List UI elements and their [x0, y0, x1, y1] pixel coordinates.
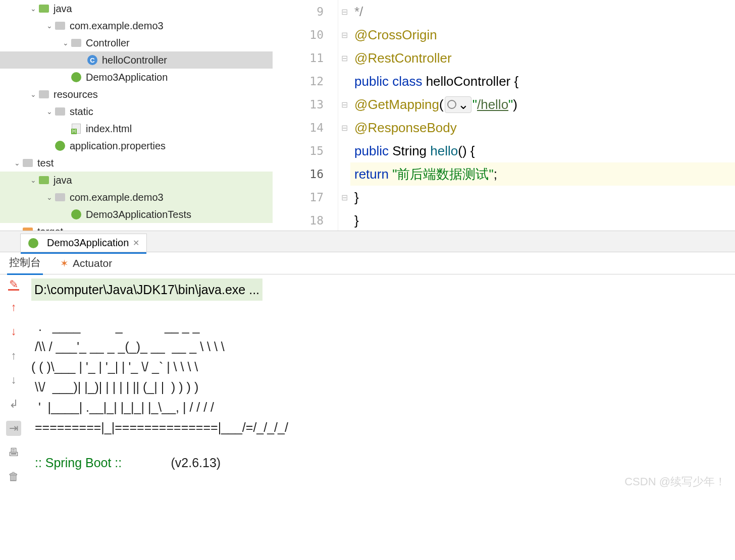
chevron-down-icon: ⌄	[44, 193, 55, 201]
soft-wrap-icon[interactable]: ↲	[6, 397, 21, 412]
code-text: }	[354, 213, 359, 229]
globe-icon	[447, 100, 456, 109]
line-number: 9	[273, 0, 338, 23]
code-text: helloController {	[426, 74, 519, 89]
url-link[interactable]: /hello	[477, 97, 508, 112]
tree-item-controller-folder[interactable]: ⌄ Controller	[0, 34, 273, 51]
console-toolbar: ✎ ↑ ↓ ↑ ↓ ↲ ⇥ 🖶 🗑	[0, 274, 27, 560]
code-text: public	[354, 143, 392, 159]
fold-icon[interactable]: ⊟	[338, 116, 350, 139]
code-text: )	[513, 97, 517, 113]
fold-icon[interactable]: ⊟	[338, 0, 350, 23]
chevron-down-icon: ⌄	[44, 22, 55, 30]
line-number: 17	[273, 186, 338, 209]
tree-label: resources	[54, 89, 98, 100]
tree-item-demo3-app[interactable]: Demo3Application	[0, 69, 273, 86]
fold-icon[interactable]: ⊟	[338, 186, 350, 209]
tree-label: com.example.demo3	[70, 192, 164, 203]
line-number: 15	[273, 139, 338, 162]
code-text: @GetMapping	[354, 97, 439, 113]
tree-label: com.example.demo3	[70, 20, 164, 32]
tree-item-package[interactable]: ⌄ com.example.demo3	[0, 17, 273, 34]
folder-icon	[55, 106, 66, 117]
subtab-console[interactable]: 控制台	[7, 251, 43, 275]
highlight-icon[interactable]: ✎	[8, 279, 19, 291]
arrow-up-gray-icon[interactable]: ↑	[6, 348, 21, 363]
spring-icon	[28, 238, 39, 249]
tree-item-target[interactable]: › target	[0, 223, 273, 231]
delete-icon[interactable]: 🗑	[6, 469, 21, 484]
project-tree[interactable]: ⌄ java ⌄ com.example.demo3 ⌄ Controller …	[0, 0, 273, 231]
tree-label: target	[37, 226, 63, 231]
subtab-label: Actuator	[73, 257, 112, 269]
code-text: hello	[430, 143, 458, 159]
fold-icon[interactable]: ⊟	[338, 93, 350, 116]
folder-icon	[55, 20, 66, 31]
line-gutter: 9 10 11 12 13 14 15 16 17 18	[273, 0, 338, 231]
tree-item-resources[interactable]: ⌄ resources	[0, 86, 273, 103]
folder-icon	[22, 157, 33, 169]
arrow-down-icon[interactable]: ↓	[6, 324, 21, 339]
actuator-icon: ✶	[60, 257, 69, 269]
spring-version: (v2.6.13)	[125, 456, 221, 470]
spring-boot-label: :: Spring Boot ::	[31, 456, 125, 470]
line-number: 18	[273, 209, 338, 232]
folder-icon	[38, 89, 49, 100]
code-text: (	[439, 97, 444, 113]
arrow-down-gray-icon[interactable]: ↓	[6, 372, 21, 387]
close-icon[interactable]: ✕	[133, 238, 139, 248]
line-number: 12	[273, 70, 338, 93]
arrow-up-icon[interactable]: ↑	[6, 300, 21, 315]
tree-label: helloController	[102, 54, 167, 66]
code-text: return	[354, 166, 392, 182]
folder-icon	[38, 3, 49, 14]
tree-item-java[interactable]: ⌄ java	[0, 0, 273, 17]
url-badge[interactable]: ⌄	[445, 96, 471, 113]
code-text: String	[392, 143, 430, 159]
code-text: @CrossOrigin	[354, 27, 437, 43]
line-number: 11	[273, 46, 338, 70]
scroll-to-end-icon[interactable]: ⇥	[6, 421, 21, 436]
line-number: 10	[273, 23, 338, 46]
tree-item-app-props[interactable]: application.properties	[0, 137, 273, 154]
line-number: 16	[273, 162, 338, 186]
class-icon: C	[87, 54, 98, 66]
tree-item-test[interactable]: ⌄ test	[0, 154, 273, 172]
fold-icon[interactable]: ⊟	[338, 46, 350, 70]
print-icon[interactable]: 🖶	[6, 445, 21, 460]
run-tab-demo3[interactable]: Demo3Application ✕	[20, 234, 147, 252]
tab-label: Demo3Application	[47, 237, 129, 249]
tree-label: test	[37, 157, 54, 169]
folder-icon	[71, 37, 82, 48]
folder-icon	[55, 192, 66, 203]
chevron-down-icon: ⌄	[28, 5, 38, 13]
tree-label: index.html	[86, 123, 132, 135]
fold-icon[interactable]: ⊟	[338, 23, 350, 46]
command-line: D:\computer\Java\JDK17\bin\java.exe ...	[31, 278, 262, 301]
folder-icon	[22, 226, 33, 231]
run-tabs: Demo3Application ✕	[0, 231, 735, 252]
tree-item-demo3-tests[interactable]: Demo3ApplicationTests	[0, 206, 273, 223]
code-text: () {	[458, 143, 475, 159]
chevron-down-icon: ⌄	[12, 159, 22, 167]
line-number: 13	[273, 93, 338, 116]
code-text: */	[354, 4, 363, 20]
run-panel: Demo3Application ✕ 控制台 ✶ Actuator ✎ ↑ ↓ …	[0, 231, 735, 560]
chevron-right-icon: ›	[12, 228, 22, 231]
subtab-actuator[interactable]: ✶ Actuator	[58, 253, 114, 273]
spring-icon	[71, 209, 82, 220]
console-output[interactable]: D:\computer\Java\JDK17\bin\java.exe ... …	[27, 274, 735, 560]
code-content[interactable]: */ @CrossOrigin @RestController public c…	[350, 0, 735, 231]
html-icon	[71, 123, 82, 134]
tree-item-test-java[interactable]: ⌄ java	[0, 172, 273, 189]
code-text: }	[354, 190, 359, 205]
tree-item-hello-controller[interactable]: C helloController	[0, 51, 273, 69]
code-editor[interactable]: 9 10 11 12 13 14 15 16 17 18 ⊟ ⊟ ⊟ ⊟ ⊟ ⊟…	[273, 0, 735, 231]
fold-column: ⊟ ⊟ ⊟ ⊟ ⊟ ⊟	[338, 0, 350, 231]
spring-icon	[55, 140, 66, 151]
tree-label: Demo3Application	[86, 72, 168, 83]
folder-icon	[38, 175, 49, 186]
tree-item-index-html[interactable]: index.html	[0, 120, 273, 137]
tree-item-static[interactable]: ⌄ static	[0, 103, 273, 120]
tree-item-test-package[interactable]: ⌄ com.example.demo3	[0, 189, 273, 206]
